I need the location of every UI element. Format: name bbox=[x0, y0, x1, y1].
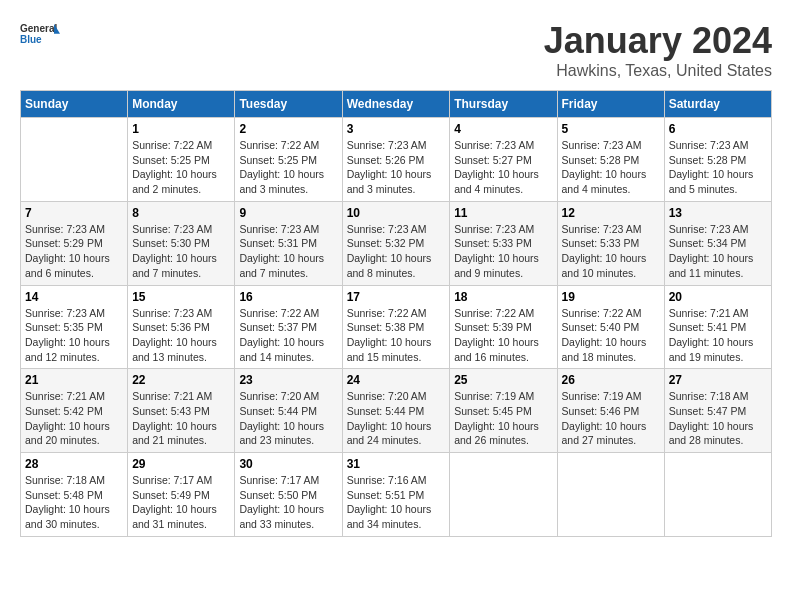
day-number: 14 bbox=[25, 290, 123, 304]
day-number: 1 bbox=[132, 122, 230, 136]
day-number: 9 bbox=[239, 206, 337, 220]
day-number: 31 bbox=[347, 457, 446, 471]
day-info: Sunrise: 7:21 AM Sunset: 5:43 PM Dayligh… bbox=[132, 389, 230, 448]
day-number: 3 bbox=[347, 122, 446, 136]
day-info: Sunrise: 7:23 AM Sunset: 5:27 PM Dayligh… bbox=[454, 138, 552, 197]
day-info: Sunrise: 7:21 AM Sunset: 5:41 PM Dayligh… bbox=[669, 306, 767, 365]
day-number: 27 bbox=[669, 373, 767, 387]
calendar-cell: 19Sunrise: 7:22 AM Sunset: 5:40 PM Dayli… bbox=[557, 285, 664, 369]
day-number: 2 bbox=[239, 122, 337, 136]
logo-icon: General Blue bbox=[20, 20, 60, 50]
day-info: Sunrise: 7:22 AM Sunset: 5:25 PM Dayligh… bbox=[239, 138, 337, 197]
day-info: Sunrise: 7:23 AM Sunset: 5:29 PM Dayligh… bbox=[25, 222, 123, 281]
calendar-week-0: 1Sunrise: 7:22 AM Sunset: 5:25 PM Daylig… bbox=[21, 118, 772, 202]
calendar-cell: 25Sunrise: 7:19 AM Sunset: 5:45 PM Dayli… bbox=[450, 369, 557, 453]
calendar-cell bbox=[664, 453, 771, 537]
location: Hawkins, Texas, United States bbox=[544, 62, 772, 80]
calendar-week-2: 14Sunrise: 7:23 AM Sunset: 5:35 PM Dayli… bbox=[21, 285, 772, 369]
day-info: Sunrise: 7:22 AM Sunset: 5:37 PM Dayligh… bbox=[239, 306, 337, 365]
col-header-saturday: Saturday bbox=[664, 91, 771, 118]
day-info: Sunrise: 7:23 AM Sunset: 5:35 PM Dayligh… bbox=[25, 306, 123, 365]
calendar-cell bbox=[557, 453, 664, 537]
day-info: Sunrise: 7:23 AM Sunset: 5:30 PM Dayligh… bbox=[132, 222, 230, 281]
calendar-cell: 6Sunrise: 7:23 AM Sunset: 5:28 PM Daylig… bbox=[664, 118, 771, 202]
calendar-cell: 20Sunrise: 7:21 AM Sunset: 5:41 PM Dayli… bbox=[664, 285, 771, 369]
day-info: Sunrise: 7:22 AM Sunset: 5:38 PM Dayligh… bbox=[347, 306, 446, 365]
day-info: Sunrise: 7:17 AM Sunset: 5:50 PM Dayligh… bbox=[239, 473, 337, 532]
col-header-tuesday: Tuesday bbox=[235, 91, 342, 118]
calendar-cell: 3Sunrise: 7:23 AM Sunset: 5:26 PM Daylig… bbox=[342, 118, 450, 202]
day-number: 20 bbox=[669, 290, 767, 304]
calendar-cell: 13Sunrise: 7:23 AM Sunset: 5:34 PM Dayli… bbox=[664, 201, 771, 285]
day-info: Sunrise: 7:18 AM Sunset: 5:47 PM Dayligh… bbox=[669, 389, 767, 448]
calendar-cell: 1Sunrise: 7:22 AM Sunset: 5:25 PM Daylig… bbox=[128, 118, 235, 202]
calendar-table: SundayMondayTuesdayWednesdayThursdayFrid… bbox=[20, 90, 772, 537]
calendar-cell bbox=[450, 453, 557, 537]
day-number: 23 bbox=[239, 373, 337, 387]
day-number: 26 bbox=[562, 373, 660, 387]
svg-text:Blue: Blue bbox=[20, 34, 42, 45]
logo: General Blue bbox=[20, 20, 60, 52]
day-info: Sunrise: 7:22 AM Sunset: 5:39 PM Dayligh… bbox=[454, 306, 552, 365]
calendar-cell: 14Sunrise: 7:23 AM Sunset: 5:35 PM Dayli… bbox=[21, 285, 128, 369]
day-info: Sunrise: 7:20 AM Sunset: 5:44 PM Dayligh… bbox=[347, 389, 446, 448]
title-section: January 2024 Hawkins, Texas, United Stat… bbox=[544, 20, 772, 80]
day-info: Sunrise: 7:23 AM Sunset: 5:32 PM Dayligh… bbox=[347, 222, 446, 281]
day-number: 24 bbox=[347, 373, 446, 387]
day-info: Sunrise: 7:23 AM Sunset: 5:33 PM Dayligh… bbox=[562, 222, 660, 281]
calendar-cell: 12Sunrise: 7:23 AM Sunset: 5:33 PM Dayli… bbox=[557, 201, 664, 285]
page-header: General Blue January 2024 Hawkins, Texas… bbox=[20, 20, 772, 80]
day-number: 10 bbox=[347, 206, 446, 220]
calendar-cell bbox=[21, 118, 128, 202]
col-header-monday: Monday bbox=[128, 91, 235, 118]
day-number: 21 bbox=[25, 373, 123, 387]
calendar-cell: 9Sunrise: 7:23 AM Sunset: 5:31 PM Daylig… bbox=[235, 201, 342, 285]
day-number: 19 bbox=[562, 290, 660, 304]
day-info: Sunrise: 7:23 AM Sunset: 5:33 PM Dayligh… bbox=[454, 222, 552, 281]
day-number: 18 bbox=[454, 290, 552, 304]
calendar-cell: 24Sunrise: 7:20 AM Sunset: 5:44 PM Dayli… bbox=[342, 369, 450, 453]
day-info: Sunrise: 7:20 AM Sunset: 5:44 PM Dayligh… bbox=[239, 389, 337, 448]
day-number: 7 bbox=[25, 206, 123, 220]
day-number: 8 bbox=[132, 206, 230, 220]
day-info: Sunrise: 7:22 AM Sunset: 5:40 PM Dayligh… bbox=[562, 306, 660, 365]
calendar-cell: 29Sunrise: 7:17 AM Sunset: 5:49 PM Dayli… bbox=[128, 453, 235, 537]
day-number: 16 bbox=[239, 290, 337, 304]
calendar-cell: 26Sunrise: 7:19 AM Sunset: 5:46 PM Dayli… bbox=[557, 369, 664, 453]
calendar-cell: 15Sunrise: 7:23 AM Sunset: 5:36 PM Dayli… bbox=[128, 285, 235, 369]
day-number: 4 bbox=[454, 122, 552, 136]
calendar-cell: 27Sunrise: 7:18 AM Sunset: 5:47 PM Dayli… bbox=[664, 369, 771, 453]
day-number: 17 bbox=[347, 290, 446, 304]
day-number: 13 bbox=[669, 206, 767, 220]
day-info: Sunrise: 7:16 AM Sunset: 5:51 PM Dayligh… bbox=[347, 473, 446, 532]
calendar-cell: 2Sunrise: 7:22 AM Sunset: 5:25 PM Daylig… bbox=[235, 118, 342, 202]
svg-text:General: General bbox=[20, 23, 57, 34]
calendar-cell: 16Sunrise: 7:22 AM Sunset: 5:37 PM Dayli… bbox=[235, 285, 342, 369]
calendar-cell: 17Sunrise: 7:22 AM Sunset: 5:38 PM Dayli… bbox=[342, 285, 450, 369]
day-info: Sunrise: 7:23 AM Sunset: 5:31 PM Dayligh… bbox=[239, 222, 337, 281]
day-info: Sunrise: 7:23 AM Sunset: 5:28 PM Dayligh… bbox=[669, 138, 767, 197]
day-number: 5 bbox=[562, 122, 660, 136]
day-info: Sunrise: 7:23 AM Sunset: 5:36 PM Dayligh… bbox=[132, 306, 230, 365]
day-info: Sunrise: 7:19 AM Sunset: 5:45 PM Dayligh… bbox=[454, 389, 552, 448]
col-header-thursday: Thursday bbox=[450, 91, 557, 118]
calendar-cell: 31Sunrise: 7:16 AM Sunset: 5:51 PM Dayli… bbox=[342, 453, 450, 537]
calendar-cell: 11Sunrise: 7:23 AM Sunset: 5:33 PM Dayli… bbox=[450, 201, 557, 285]
calendar-cell: 5Sunrise: 7:23 AM Sunset: 5:28 PM Daylig… bbox=[557, 118, 664, 202]
day-info: Sunrise: 7:23 AM Sunset: 5:34 PM Dayligh… bbox=[669, 222, 767, 281]
day-number: 22 bbox=[132, 373, 230, 387]
day-number: 30 bbox=[239, 457, 337, 471]
calendar-cell: 4Sunrise: 7:23 AM Sunset: 5:27 PM Daylig… bbox=[450, 118, 557, 202]
calendar-header-row: SundayMondayTuesdayWednesdayThursdayFrid… bbox=[21, 91, 772, 118]
day-number: 11 bbox=[454, 206, 552, 220]
calendar-cell: 23Sunrise: 7:20 AM Sunset: 5:44 PM Dayli… bbox=[235, 369, 342, 453]
month-year: January 2024 bbox=[544, 20, 772, 62]
day-info: Sunrise: 7:23 AM Sunset: 5:28 PM Dayligh… bbox=[562, 138, 660, 197]
calendar-cell: 21Sunrise: 7:21 AM Sunset: 5:42 PM Dayli… bbox=[21, 369, 128, 453]
day-number: 12 bbox=[562, 206, 660, 220]
day-info: Sunrise: 7:22 AM Sunset: 5:25 PM Dayligh… bbox=[132, 138, 230, 197]
day-info: Sunrise: 7:17 AM Sunset: 5:49 PM Dayligh… bbox=[132, 473, 230, 532]
day-number: 15 bbox=[132, 290, 230, 304]
day-info: Sunrise: 7:18 AM Sunset: 5:48 PM Dayligh… bbox=[25, 473, 123, 532]
calendar-week-3: 21Sunrise: 7:21 AM Sunset: 5:42 PM Dayli… bbox=[21, 369, 772, 453]
